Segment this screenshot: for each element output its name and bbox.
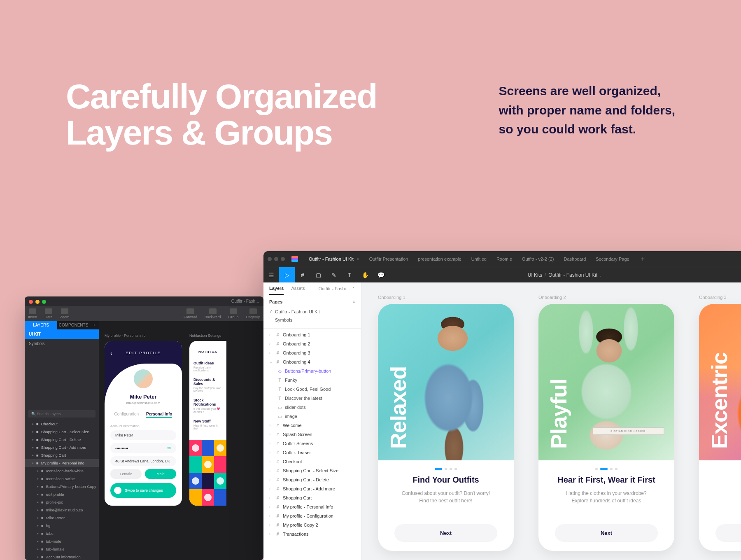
layer-item[interactable]: ▭image <box>263 412 361 421</box>
layer-item[interactable]: ›#Outfitr Screens <box>263 439 361 448</box>
menu-button[interactable]: ☰ <box>263 267 279 283</box>
crumb-folder[interactable]: UI Kits <box>528 272 542 278</box>
layer-item[interactable]: ▸■Buttons/Primary-button Copy <box>25 483 99 490</box>
layer-item[interactable]: TLook Good, Feel Good <box>263 385 361 394</box>
name-field[interactable]: Mike Peter <box>110 430 176 440</box>
next-button[interactable]: Next <box>394 524 497 542</box>
tool-ungroup[interactable]: Ungroup <box>246 308 260 319</box>
file-tab[interactable]: Outfitr Presentation <box>364 251 413 267</box>
add-page-button[interactable]: + <box>353 299 355 304</box>
artboard-onboarding[interactable]: Onboarding 2RISTIAN DIOR J'ADIORPlayfulH… <box>538 295 674 548</box>
artboard-notifications[interactable]: Notifaction Settings NOTIFICA Outfit Ide… <box>189 334 226 548</box>
tool-backward[interactable]: Backward <box>205 308 221 319</box>
window-controls[interactable] <box>268 257 285 261</box>
file-tab[interactable]: Untitled <box>466 251 492 267</box>
address-field[interactable]: 46 St Andrews Lane, London, UK <box>110 456 176 466</box>
file-tab[interactable]: Secondary Page <box>591 251 634 267</box>
layer-item[interactable]: ▸■profile-pic <box>25 498 99 506</box>
layer-item[interactable]: ▸■tab-female <box>25 545 99 553</box>
tool-insert[interactable]: Insert <box>28 308 37 319</box>
page-symbols[interactable]: Symbols <box>25 339 99 348</box>
layer-item[interactable]: ⌄#Onboarding 4 <box>263 357 361 366</box>
file-tab[interactable]: presentation example <box>413 251 466 267</box>
file-tab[interactable]: Outfitr - Fashion UI Kit× <box>304 251 364 267</box>
layer-item[interactable]: ›#My profile - Configuration <box>263 511 361 520</box>
tab-components[interactable]: COMPONENTS <box>57 321 90 329</box>
tab-add[interactable]: + <box>90 321 99 329</box>
page-ui-kit[interactable]: UI KIT <box>25 329 99 339</box>
figma-canvas[interactable]: Onboarding 1RelaxedFind Your OutfitsConf… <box>361 282 741 560</box>
avatar[interactable] <box>133 368 154 390</box>
window-controls[interactable] <box>29 300 46 304</box>
tab-personal-info[interactable]: Personal info <box>146 412 172 418</box>
layer-item[interactable]: ▸■Checkout <box>25 420 99 428</box>
gender-male-button[interactable]: Male <box>145 469 176 479</box>
layer-item[interactable]: TFunky <box>263 376 361 385</box>
layer-item[interactable]: ›#Shopping Cart - Delete <box>263 475 361 484</box>
layer-item[interactable]: ›#Shopping Cart - Add more <box>263 484 361 493</box>
tool-zoom[interactable]: Zoom <box>60 308 70 319</box>
layer-item[interactable]: ▸■edit profile <box>25 490 99 498</box>
page-selector[interactable]: Outfitr - Fashi…⌃ <box>318 286 355 295</box>
password-field[interactable]: ••••••••••👁 <box>110 443 176 453</box>
slider-dots[interactable] <box>538 460 674 474</box>
layer-item[interactable]: ›#Shopping Cart - Select Size <box>263 466 361 475</box>
layer-item[interactable]: ▸■Shopping Cart <box>25 451 99 459</box>
new-tab-button[interactable]: + <box>637 255 649 263</box>
layer-item[interactable]: ◇Buttons/Primary-button <box>263 366 361 376</box>
tool-group[interactable]: Group <box>228 308 238 319</box>
eye-icon[interactable]: 👁 <box>167 446 171 450</box>
tab-layers[interactable]: Layers <box>269 286 284 295</box>
layer-item[interactable]: ▸■Icons/icon-swipe <box>25 475 99 483</box>
tab-layers[interactable]: LAYERS <box>25 321 57 329</box>
pen-tool[interactable]: ✎ <box>326 267 342 283</box>
file-tab[interactable]: Outfitr - v2-2 (2) <box>517 251 559 267</box>
breadcrumb[interactable]: UI Kits/Outfitr - Fashion UI Kit ⌄ <box>389 272 741 278</box>
layer-item[interactable]: ▸■mike@flexinstudio.co <box>25 506 99 514</box>
slider-dots[interactable] <box>699 460 741 474</box>
shape-tool[interactable]: ▢ <box>310 267 326 283</box>
file-tab[interactable]: Dashboard <box>559 251 591 267</box>
layer-item[interactable]: ›#Welcome <box>263 421 361 430</box>
artboard-profile[interactable]: My profile - Personal info ‹ EDIT PROFIL… <box>105 334 182 548</box>
artboard-onboarding[interactable]: Onboarding 1RelaxedFind Your OutfitsConf… <box>378 295 514 548</box>
search-layers-input[interactable]: 🔍 Search Layers <box>28 410 96 418</box>
layer-item[interactable]: ›#Onboarding 1 <box>263 330 361 339</box>
next-button[interactable]: Next <box>555 524 658 542</box>
layer-item[interactable]: ›#Onboarding 3 <box>263 348 361 357</box>
layer-item[interactable]: ▸■Shopping Cart - Select Size <box>25 428 99 436</box>
frame-tool[interactable]: # <box>295 267 310 283</box>
swipe-save-button[interactable]: Swipe to save changes <box>110 483 176 498</box>
figma-logo-icon[interactable] <box>291 256 298 262</box>
hand-tool[interactable]: ✋ <box>357 267 373 283</box>
tab-configuration[interactable]: Configuration <box>114 412 139 418</box>
text-tool[interactable]: T <box>342 267 357 283</box>
next-button[interactable]: Ne <box>715 524 741 542</box>
layer-item[interactable]: ›#Outfitr. Teaser <box>263 448 361 457</box>
tool-data[interactable]: Data <box>45 308 53 319</box>
layer-item[interactable]: ›#Splash Screen <box>263 430 361 439</box>
file-tab[interactable]: Roomie <box>492 251 517 267</box>
layer-item[interactable]: ▸■tabs <box>25 530 99 537</box>
layer-item[interactable]: ▸■Account information <box>25 553 99 560</box>
move-tool[interactable]: ▷ <box>279 267 295 283</box>
layer-item[interactable]: ›#Onboarding 2 <box>263 339 361 348</box>
crumb-file[interactable]: Outfitr - Fashion UI Kit <box>548 272 597 278</box>
layer-item[interactable]: ▸■My profile - Personal info <box>25 459 99 467</box>
layer-item[interactable]: ▸■bg <box>25 522 99 530</box>
layer-item[interactable]: ▸■tab-male <box>25 537 99 545</box>
layer-item[interactable]: ›#My profile Copy 2 <box>263 520 361 530</box>
comment-tool[interactable]: 💬 <box>373 267 389 283</box>
tab-assets[interactable]: Assets <box>291 286 305 295</box>
layer-item[interactable]: ›#Checkout <box>263 457 361 466</box>
layer-item[interactable]: ▸■Mike Peter <box>25 514 99 522</box>
layer-item[interactable]: ▭slider-dots <box>263 403 361 412</box>
page-item[interactable]: Outfitr - Fashion UI Kit <box>269 308 355 316</box>
layer-item[interactable]: ›#Transactions <box>263 530 361 539</box>
layer-item[interactable]: ›#Shopping Cart <box>263 493 361 502</box>
slider-dots[interactable] <box>378 460 514 474</box>
tool-forward[interactable]: Forward <box>184 308 197 319</box>
artboard-onboarding[interactable]: Onboarding 3ExcentricYour Style,Create y… <box>699 295 741 548</box>
gender-female-button[interactable]: Female <box>110 469 142 479</box>
layer-item[interactable]: ▸■Shopping Cart - Delete <box>25 436 99 443</box>
